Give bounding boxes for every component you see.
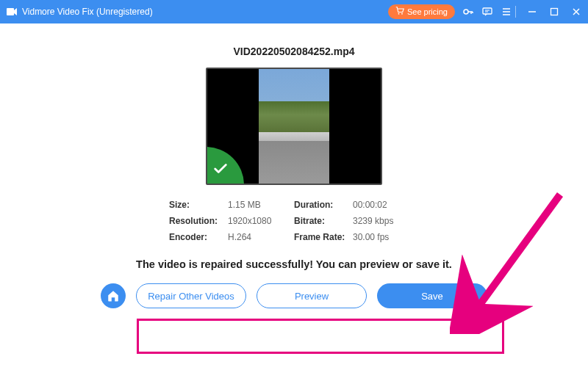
svg-point-2 bbox=[401, 13, 403, 15]
close-button[interactable] bbox=[570, 6, 582, 18]
svg-rect-4 bbox=[483, 8, 492, 14]
maximize-button[interactable] bbox=[548, 6, 560, 18]
save-label: Save bbox=[421, 291, 443, 302]
preview-button[interactable]: Preview bbox=[257, 283, 367, 308]
bitrate-label: Bitrate: bbox=[294, 216, 353, 226]
titlebar-divider bbox=[515, 6, 516, 18]
success-badge bbox=[206, 147, 244, 185]
key-icon[interactable] bbox=[462, 6, 474, 18]
home-icon bbox=[107, 289, 120, 302]
success-message: The video is repaired successfully! You … bbox=[0, 258, 588, 270]
video-info-grid: Size: 1.15 MB Duration: 00:00:02 Resolut… bbox=[169, 200, 419, 242]
see-pricing-label: See pricing bbox=[407, 7, 448, 16]
video-preview[interactable] bbox=[206, 68, 382, 185]
duration-label: Duration: bbox=[294, 200, 353, 210]
framerate-value: 30.00 fps bbox=[353, 232, 412, 242]
annotation-highlight-box bbox=[137, 319, 504, 354]
menu-icon[interactable] bbox=[501, 6, 512, 18]
bitrate-value: 3239 kbps bbox=[353, 216, 412, 226]
video-thumbnail bbox=[259, 69, 329, 184]
framerate-label: Frame Rate: bbox=[294, 232, 353, 242]
app-title: Vidmore Video Fix (Unregistered) bbox=[22, 7, 153, 17]
svg-rect-5 bbox=[551, 9, 558, 15]
resolution-label: Resolution: bbox=[169, 216, 228, 226]
feedback-icon[interactable] bbox=[481, 6, 493, 18]
cart-icon bbox=[395, 7, 404, 17]
duration-value: 00:00:02 bbox=[353, 200, 412, 210]
svg-rect-0 bbox=[7, 8, 14, 15]
minimize-button[interactable] bbox=[526, 6, 538, 18]
svg-point-3 bbox=[464, 10, 468, 14]
main-content: VID20220502084252.mp4 Size: 1.15 MB Dura… bbox=[0, 23, 588, 308]
titlebar: Vidmore Video Fix (Unregistered) See pri… bbox=[0, 0, 588, 23]
size-label: Size: bbox=[169, 200, 228, 210]
resolution-value: 1920x1080 bbox=[228, 216, 294, 226]
size-value: 1.15 MB bbox=[228, 200, 294, 210]
filename-label: VID20220502084252.mp4 bbox=[0, 46, 588, 57]
repair-other-label: Repair Other Videos bbox=[148, 291, 234, 302]
preview-label: Preview bbox=[295, 291, 329, 302]
svg-point-1 bbox=[398, 13, 400, 15]
see-pricing-button[interactable]: See pricing bbox=[388, 4, 455, 19]
checkmark-icon bbox=[212, 161, 229, 177]
repair-other-videos-button[interactable]: Repair Other Videos bbox=[136, 283, 246, 308]
app-logo-icon bbox=[6, 6, 18, 18]
home-button[interactable] bbox=[101, 283, 126, 308]
encoder-value: H.264 bbox=[228, 232, 294, 242]
button-row: Repair Other Videos Preview Save bbox=[0, 283, 588, 308]
save-button[interactable]: Save bbox=[377, 283, 487, 308]
encoder-label: Encoder: bbox=[169, 232, 228, 242]
